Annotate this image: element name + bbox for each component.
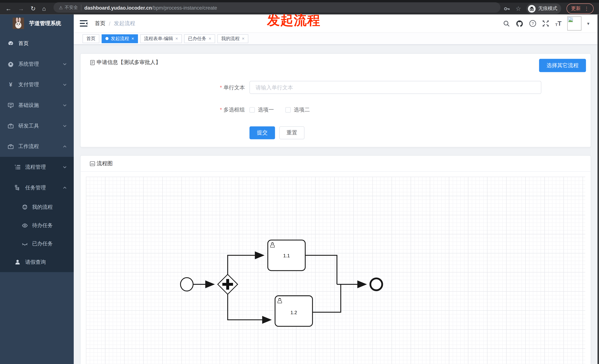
checkbox-label: 选项一 <box>258 107 274 113</box>
card-title-text: 申请信息【测试多审批人】 <box>97 59 161 66</box>
sidebar-item-payment[interactable]: ¥ 支付管理 <box>0 74 74 95</box>
submit-button[interactable]: 提交 <box>249 126 275 139</box>
browser-home-icon[interactable]: ⌂ <box>42 6 46 12</box>
tab-label: 我的流程 <box>221 35 239 42</box>
github-icon[interactable] <box>516 20 523 27</box>
password-key-icon[interactable] <box>503 5 510 12</box>
checkbox-option-1[interactable]: 选项一 <box>249 107 274 113</box>
view-tab-done-tasks[interactable]: 已办任务 × <box>184 34 215 43</box>
user-icon <box>15 259 21 265</box>
breadcrumb-home[interactable]: 首页 <box>95 20 106 27</box>
collapse-sidebar-icon[interactable] <box>80 20 87 27</box>
required-asterisk: * <box>220 84 222 90</box>
gear-icon <box>8 61 14 67</box>
sidebar-item-done-tasks[interactable]: 已办任务 <box>0 235 74 253</box>
task-label: 1.1 <box>283 253 290 258</box>
checkbox-box[interactable] <box>285 107 291 113</box>
tab-close-icon[interactable]: × <box>209 36 211 41</box>
view-tab-start-process[interactable]: 发起流程 × <box>102 34 138 43</box>
bpmn-user-task-1: 1.1 <box>268 240 305 271</box>
flow-diagram-card: 流程图 <box>80 155 591 364</box>
tab-label: 已办任务 <box>188 35 206 42</box>
incognito-label: 无痕模式 <box>538 5 557 12</box>
sidebar-item-label: 任务管理 <box>25 184 46 191</box>
browser-back-icon[interactable]: ← <box>5 6 11 12</box>
sidebar-item-task-management[interactable]: 任务管理 <box>0 177 74 198</box>
sidebar-logo-row[interactable]: 芋道管理系统 <box>0 17 74 33</box>
checkbox-option-2[interactable]: 选项二 <box>285 107 310 113</box>
sidebar-item-label: 流程管理 <box>25 164 46 170</box>
url-domain: dashboard.yudao.iocoder.cn <box>84 5 152 10</box>
view-tab-bar: 首页 发起流程 × 流程表单-编辑 × 已办任务 × 我的流程 × <box>74 33 599 45</box>
card-title-text: 流程图 <box>97 160 113 167</box>
tab-close-icon[interactable]: × <box>242 36 245 41</box>
sidebar: 芋道管理系统 首页 系统管理 ¥ 支付管理 基础设施 <box>0 15 74 364</box>
tab-close-icon[interactable]: × <box>175 36 178 41</box>
sidebar-item-label: 已办任务 <box>32 240 53 247</box>
required-asterisk: * <box>220 107 222 113</box>
tab-label: 发起流程 <box>111 35 129 42</box>
briefcase-icon <box>8 144 14 150</box>
page-scrollbar[interactable] <box>598 15 599 364</box>
avatar[interactable] <box>567 17 581 31</box>
sidebar-item-process-management[interactable]: 流程管理 <box>0 157 74 178</box>
checkbox-box[interactable] <box>249 107 255 113</box>
field-label-single-text: *单行文本 <box>80 84 245 91</box>
checkbox-label: 选项二 <box>294 107 310 113</box>
flow-task1-to-join <box>305 255 337 284</box>
fullscreen-icon[interactable] <box>542 20 549 27</box>
chevron-up-icon <box>63 186 67 190</box>
sidebar-item-label: 首页 <box>18 40 29 47</box>
font-size-icon[interactable]: TT <box>555 20 562 27</box>
bpmn-start-event <box>181 278 193 291</box>
update-label: 更新 <box>571 5 581 12</box>
sidebar-item-my-process[interactable]: 我的流程 <box>0 198 74 216</box>
url-separator <box>81 5 81 10</box>
sidebar-item-label: 我的流程 <box>32 204 53 211</box>
bpmn-user-task-2: 1.2 <box>275 296 313 326</box>
picture-icon <box>90 161 95 166</box>
search-icon[interactable] <box>503 20 510 27</box>
sidebar-item-leave-query[interactable]: 请假查询 <box>0 253 74 271</box>
sidebar-item-workflow[interactable]: 工作流程 <box>0 136 74 157</box>
field-label-checkbox-group: *多选框组 <box>80 107 245 113</box>
toolbox-icon <box>8 123 14 129</box>
sidebar-item-label: 支付管理 <box>18 81 39 88</box>
tab-close-icon[interactable]: × <box>131 36 134 41</box>
sidebar-item-system[interactable]: 系统管理 <box>0 54 74 75</box>
view-tab-form-edit[interactable]: 流程表单-编辑 × <box>140 34 182 43</box>
flow-gateway-to-task1 <box>228 255 263 274</box>
active-tab-dot <box>106 37 109 40</box>
incognito-badge: 无痕模式 <box>526 3 561 14</box>
select-other-process-button[interactable]: 选择其它流程 <box>539 59 586 72</box>
apply-info-card: 申请信息【测试多审批人】 选择其它流程 *单行文本 *多选框组 选项一 <box>80 53 591 147</box>
view-tab-home[interactable]: 首页 <box>83 34 99 43</box>
sidebar-item-home[interactable]: 首页 <box>0 33 74 54</box>
browser-address-bar[interactable]: ⚠ 不安全 dashboard.yudao.iocoder.cn/bpm/pro… <box>53 2 500 13</box>
browser-update-button[interactable]: 更新 ⋮ <box>566 3 594 14</box>
reset-button[interactable]: 重置 <box>279 126 304 139</box>
avatar-caret-icon[interactable]: ▾ <box>587 21 589 26</box>
bookmark-star-icon[interactable]: ☆ <box>516 6 521 12</box>
browser-menu-icon[interactable]: ⋮ <box>584 6 589 11</box>
not-secure-warning-icon: ⚠ <box>59 5 63 10</box>
browser-reload-icon[interactable]: ↻ <box>30 6 36 12</box>
help-icon[interactable]: ? <box>529 20 537 27</box>
tab-label: 首页 <box>86 35 96 42</box>
breadcrumb: 首页 / 发起流程 <box>95 15 135 33</box>
sidebar-item-label: 系统管理 <box>18 61 39 68</box>
task-label: 1.2 <box>291 310 297 315</box>
tree-nodes-icon <box>15 185 21 191</box>
view-tab-my-process[interactable]: 我的流程 × <box>218 34 248 43</box>
single-text-input[interactable] <box>249 81 541 94</box>
browser-forward-icon[interactable]: → <box>18 6 24 12</box>
sidebar-item-dev-tools[interactable]: 研发工具 <box>0 116 74 136</box>
sidebar-item-infrastructure[interactable]: 基础设施 <box>0 95 74 116</box>
eye-open-icon <box>22 222 28 229</box>
chevron-down-icon <box>63 103 67 107</box>
sidebar-item-label: 工作流程 <box>18 143 39 150</box>
bpmn-canvas[interactable]: 1.1 1.2 <box>86 177 585 364</box>
sidebar-item-todo-tasks[interactable]: 待办任务 <box>0 216 74 235</box>
app-root: ← → ↻ ⌂ ⚠ 不安全 dashboard.yudao.iocoder.cn… <box>0 0 599 364</box>
list-tree-icon <box>15 164 21 170</box>
